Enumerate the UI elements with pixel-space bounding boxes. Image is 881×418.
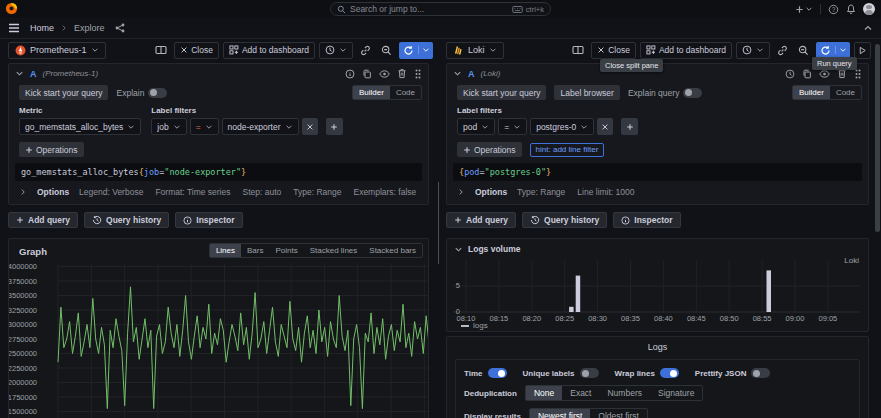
- add-filter-button[interactable]: [621, 118, 638, 135]
- help-icon[interactable]: [828, 4, 839, 15]
- drag-handle-grip-icon[interactable]: [414, 68, 422, 80]
- kick-start-query-button[interactable]: Kick start your query: [19, 85, 108, 100]
- share-icon[interactable]: [115, 23, 125, 33]
- operations-button[interactable]: Operations: [19, 142, 84, 157]
- logs-volume-bar[interactable]: [767, 270, 772, 312]
- kick-start-query-button[interactable]: Kick start your query: [457, 85, 546, 100]
- split-pane-button[interactable]: [152, 42, 170, 59]
- explain-toggle[interactable]: [148, 88, 167, 98]
- page-scrollbar[interactable]: [875, 40, 880, 418]
- query-history-button[interactable]: Query history: [84, 212, 169, 228]
- code-tab[interactable]: Code: [830, 86, 861, 99]
- zoom-out-button[interactable]: [795, 42, 812, 59]
- search-input[interactable]: Search or jump to... ctrl+k: [330, 2, 551, 16]
- copy-link-button[interactable]: [774, 42, 791, 59]
- collapse-section-chevron[interactable]: [454, 245, 463, 254]
- dedup-none[interactable]: None: [526, 386, 562, 400]
- dedup-signature[interactable]: Signature: [650, 386, 702, 400]
- duplicate-query-icon[interactable]: [362, 69, 372, 79]
- run-query-button-right[interactable]: [816, 42, 850, 59]
- datasource-picker-left[interactable]: Prometheus-1: [8, 42, 106, 59]
- add-query-button[interactable]: Add query: [446, 212, 516, 228]
- add-filter-button[interactable]: [326, 118, 343, 135]
- remove-filter-button[interactable]: [302, 118, 318, 135]
- graph-mode-points[interactable]: Points: [269, 244, 303, 257]
- grid-plus-icon: [229, 45, 239, 55]
- options-label[interactable]: Options: [37, 187, 69, 197]
- notifications-bell-icon[interactable]: [846, 4, 856, 14]
- collapse-chevron-up-icon[interactable]: [863, 23, 873, 33]
- explain-toggle[interactable]: [683, 88, 702, 98]
- dedup-numbers[interactable]: Numbers: [599, 386, 649, 400]
- toggle-switch[interactable]: [751, 368, 770, 378]
- builder-tab[interactable]: Builder: [793, 86, 830, 99]
- run-query-button-left[interactable]: [399, 42, 433, 59]
- logs-panel: Logs TimeUnique labelsWrap linesPrettify…: [446, 336, 869, 418]
- graph-mode-stacked-bars[interactable]: Stacked bars: [363, 244, 422, 257]
- options-label[interactable]: Options: [475, 187, 507, 197]
- chevron-down-icon: [513, 123, 521, 131]
- timeseries-chart[interactable]: [57, 263, 429, 418]
- new-menu-button[interactable]: [795, 5, 813, 14]
- toggle-visibility-eye-icon[interactable]: [379, 70, 390, 78]
- query-ref-id[interactable]: A: [468, 69, 475, 79]
- toggle-switch[interactable]: [580, 368, 599, 378]
- logs-volume-chart[interactable]: Loki 5008:1008:1508:2008:2508:3008:3508:…: [447, 256, 868, 320]
- query-ref-id[interactable]: A: [30, 69, 37, 79]
- label-browser-button[interactable]: Label browser: [554, 85, 619, 100]
- display-oldest-first[interactable]: Oldest first: [590, 409, 647, 418]
- close-pane-button[interactable]: Close: [591, 42, 636, 59]
- builder-tab[interactable]: Builder: [353, 86, 390, 99]
- profile-avatar[interactable]: [863, 3, 875, 15]
- filter-key-select[interactable]: pod: [457, 118, 495, 135]
- graph-mode-bars[interactable]: Bars: [241, 244, 269, 257]
- breadcrumb-home[interactable]: Home: [30, 23, 54, 33]
- logs-volume-bar[interactable]: [569, 307, 574, 312]
- live-tail-play-button[interactable]: [854, 42, 871, 59]
- filter-op-select[interactable]: =: [190, 118, 219, 135]
- filter-value-select[interactable]: node-exporter: [222, 118, 299, 135]
- remove-query-trash-icon[interactable]: [397, 68, 407, 79]
- breadcrumb-current[interactable]: Explore: [74, 23, 105, 33]
- collapse-query-chevron[interactable]: [453, 69, 462, 78]
- operations-button[interactable]: Operations: [457, 142, 522, 157]
- graph-mode-lines[interactable]: Lines: [210, 244, 241, 257]
- zoom-out-button[interactable]: [378, 42, 395, 59]
- split-pane-button[interactable]: [569, 42, 587, 59]
- display-newest-first[interactable]: Newest first: [530, 409, 590, 418]
- filter-key-select[interactable]: job: [151, 118, 186, 135]
- toggle-switch[interactable]: [660, 368, 679, 378]
- query-info-icon[interactable]: [785, 69, 795, 79]
- hint-add-line-filter[interactable]: hint: add line filter: [530, 143, 605, 157]
- copy-link-button[interactable]: [357, 42, 374, 59]
- inspector-button[interactable]: Inspector: [613, 212, 680, 228]
- query-history-button[interactable]: Query history: [522, 212, 607, 228]
- logs-volume-bar[interactable]: [576, 276, 581, 312]
- add-to-dashboard-button[interactable]: Add to dashboard: [640, 42, 732, 59]
- time-picker-button[interactable]: [736, 42, 770, 59]
- datasource-picker-right[interactable]: Loki: [446, 42, 504, 59]
- code-tab[interactable]: Code: [390, 86, 421, 99]
- menu-hamburger-icon[interactable]: [8, 22, 20, 34]
- close-pane-button[interactable]: Close: [174, 42, 219, 59]
- filter-op-select[interactable]: =: [498, 118, 527, 135]
- add-query-button[interactable]: Add query: [8, 212, 78, 228]
- time-picker-button[interactable]: [319, 42, 353, 59]
- query-info-icon[interactable]: [345, 69, 355, 79]
- options-expand-chevron[interactable]: [19, 188, 27, 196]
- collapse-query-chevron[interactable]: [15, 69, 24, 78]
- duplicate-query-icon[interactable]: [802, 69, 812, 79]
- remove-filter-button[interactable]: [597, 118, 613, 135]
- grafana-logo-icon[interactable]: [5, 2, 18, 15]
- graph-mode-stacked-lines[interactable]: Stacked lines: [304, 244, 364, 257]
- pane-resize-divider[interactable]: [437, 40, 441, 418]
- toggle-visibility-eye-icon[interactable]: [819, 70, 830, 78]
- toggle-switch[interactable]: [488, 368, 507, 378]
- add-to-dashboard-button[interactable]: Add to dashboard: [223, 42, 315, 59]
- metric-select[interactable]: go_memstats_alloc_bytes: [19, 118, 141, 135]
- inspector-button[interactable]: Inspector: [175, 212, 242, 228]
- link-icon: [360, 45, 371, 56]
- dedup-exact[interactable]: Exact: [562, 386, 599, 400]
- options-expand-chevron[interactable]: [457, 188, 465, 196]
- filter-value-select[interactable]: postgres-0: [530, 118, 594, 135]
